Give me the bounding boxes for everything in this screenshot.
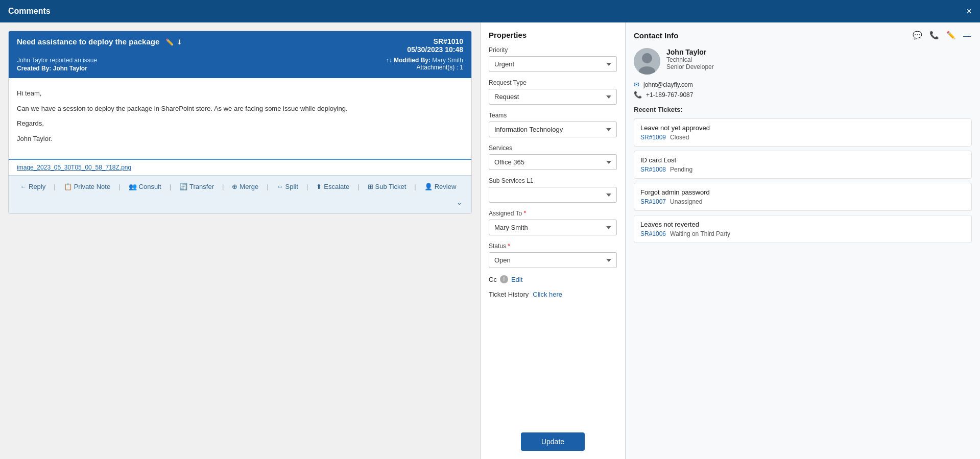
attachment-link[interactable]: image_2023_05_30T05_00_58_718Z.png: [9, 160, 471, 175]
recent-ticket-item: Leave not yet approved SR#1009 Closed: [634, 118, 972, 147]
transfer-button[interactable]: 🔄 Transfer: [174, 180, 219, 194]
consult-button[interactable]: 👥 Consult: [124, 180, 166, 194]
contact-role1: Technical: [666, 56, 972, 63]
escalate-icon: ⬆: [316, 183, 322, 190]
request-type-select[interactable]: Request: [489, 89, 617, 105]
minimize-icon[interactable]: —: [962, 30, 972, 41]
ticket-created-by: Created By: John Taylor: [17, 65, 97, 72]
review-icon: 👤: [424, 183, 433, 190]
action-bar: ← Reply | 📋 Private Note | 👥 Consult | 🔄…: [9, 175, 471, 213]
review-button[interactable]: 👤 Review: [419, 180, 462, 194]
properties-title: Properties: [489, 31, 617, 39]
assigned-to-field: Assigned To Mary Smith: [489, 210, 617, 235]
services-select[interactable]: Office 365: [489, 154, 617, 170]
recent-ticket-meta: SR#1007 Unassigned: [640, 198, 965, 205]
update-button[interactable]: Update: [521, 432, 585, 451]
escalate-button[interactable]: ⬆ Escalate: [311, 180, 354, 194]
recent-ticket-item: Leaves not reverted SR#1006 Waiting on T…: [634, 215, 972, 243]
title-bar-title: Comments: [8, 7, 51, 16]
recent-ticket-subject: ID card Lost: [640, 156, 965, 164]
status-label: Status: [489, 243, 617, 250]
priority-select[interactable]: Urgent: [489, 56, 617, 72]
more-button[interactable]: ⌄: [453, 196, 465, 209]
teams-select[interactable]: Information Technology: [489, 122, 617, 137]
recent-ticket-status: Waiting on Third Party: [670, 230, 730, 237]
recent-ticket-meta: SR#1006 Waiting on Third Party: [640, 230, 965, 237]
attachments-count: 1: [460, 64, 463, 71]
recent-ticket-subject: Forgot admin password: [640, 188, 965, 196]
ticket-title-row: Need assistance to deploy the package ✏️…: [17, 37, 182, 46]
sub-services-select[interactable]: [489, 187, 617, 203]
created-by-value: John Taylor: [53, 65, 87, 72]
close-button[interactable]: ×: [966, 7, 972, 16]
edit-icon[interactable]: ✏️: [165, 38, 174, 46]
services-label: Services: [489, 144, 617, 152]
priority-field: Priority Urgent: [489, 46, 617, 72]
attachments-label: Attachment(s) :: [417, 64, 458, 71]
sub-services-label: Sub Services L1: [489, 177, 617, 184]
modified-by-label: Modified By:: [394, 57, 431, 64]
recent-ticket-status: Pending: [670, 166, 692, 173]
recent-ticket-meta: SR#1009 Closed: [640, 134, 965, 141]
ticket-card: Need assistance to deploy the package ✏️…: [8, 31, 472, 214]
ticket-modified: ↑↓ Modified By: Mary Smith: [386, 57, 463, 64]
sub-ticket-icon: ⊞: [368, 183, 373, 190]
recent-ticket-sr[interactable]: SR#1009: [640, 134, 666, 141]
cc-info-icon[interactable]: i: [500, 275, 508, 283]
sub-services-field: Sub Services L1: [489, 177, 617, 203]
merge-button[interactable]: ⊕ Merge: [227, 180, 264, 194]
contact-email: johnt@clayfly.com: [643, 81, 693, 88]
recent-ticket-sr[interactable]: SR#1006: [640, 230, 666, 237]
status-select[interactable]: Open: [489, 252, 617, 268]
contact-info-title: Contact Info: [634, 31, 679, 40]
ticket-header-top: Need assistance to deploy the package ✏️…: [17, 37, 463, 54]
contact-phone-row: 📞 +1-189-767-9087: [634, 91, 972, 99]
contact-name: John Taylor: [666, 48, 972, 56]
ticket-reporter: John Taylor reported an issue Created By…: [17, 57, 97, 72]
contact-role2: Senior Developer: [666, 63, 972, 70]
main-layout: Need assistance to deploy the package ✏️…: [0, 22, 980, 459]
split-button[interactable]: ↔ Split: [272, 180, 303, 194]
properties-panel: Properties Priority Urgent Request Type …: [480, 22, 626, 459]
contact-header: Contact Info 💬 📞 ✏️ —: [634, 30, 972, 41]
recent-tickets-list: Leave not yet approved SR#1009 Closed ID…: [634, 118, 972, 243]
edit-contact-icon[interactable]: ✏️: [945, 30, 957, 41]
download-icon[interactable]: ⬇: [177, 38, 182, 46]
recent-ticket-sr[interactable]: SR#1007: [640, 198, 666, 205]
recent-tickets-title: Recent Tickets:: [634, 106, 972, 113]
chat-icon[interactable]: 💬: [912, 30, 923, 41]
reply-button[interactable]: ← Reply: [15, 180, 51, 194]
ticket-history-label: Ticket History: [489, 291, 529, 298]
update-btn-container: Update: [489, 424, 617, 451]
body-line1: Hi team,: [17, 88, 463, 99]
ticket-history-link[interactable]: Click here: [533, 291, 562, 298]
body-line3: Regards,: [17, 118, 463, 129]
cc-edit-link[interactable]: Edit: [511, 276, 522, 283]
body-line4: John Taylor.: [17, 134, 463, 144]
assigned-to-select[interactable]: Mary Smith: [489, 220, 617, 235]
teams-field: Teams Information Technology: [489, 112, 617, 137]
recent-ticket-sr[interactable]: SR#1008: [640, 166, 666, 173]
services-field: Services Office 365: [489, 144, 617, 170]
email-icon: ✉: [634, 81, 639, 88]
ticket-header: Need assistance to deploy the package ✏️…: [9, 31, 471, 78]
transfer-icon: 🔄: [179, 183, 187, 190]
ticket-header-meta: John Taylor reported an issue Created By…: [17, 57, 463, 72]
private-note-button[interactable]: 📋 Private Note: [59, 180, 116, 194]
avatar: [634, 48, 660, 75]
title-bar: Comments ×: [0, 0, 980, 22]
sub-ticket-button[interactable]: ⊞ Sub Ticket: [363, 180, 412, 194]
phone-icon[interactable]: 📞: [928, 30, 940, 41]
teams-label: Teams: [489, 112, 617, 119]
contact-email-row: ✉ johnt@clayfly.com: [634, 81, 972, 88]
svg-point-1: [642, 53, 652, 63]
ticket-attachments: Attachment(s) : 1: [386, 64, 463, 71]
ticket-history-row: Ticket History Click here: [489, 291, 617, 298]
sort-icon: ↑↓: [386, 57, 394, 64]
merge-icon: ⊕: [232, 183, 237, 190]
recent-ticket-subject: Leaves not reverted: [640, 221, 965, 228]
recent-ticket-status: Unassigned: [670, 198, 702, 205]
ticket-title-icons: ✏️ ⬇: [165, 38, 182, 46]
ticket-reported: John Taylor reported an issue: [17, 57, 97, 64]
created-by-label: Created By:: [17, 65, 51, 72]
